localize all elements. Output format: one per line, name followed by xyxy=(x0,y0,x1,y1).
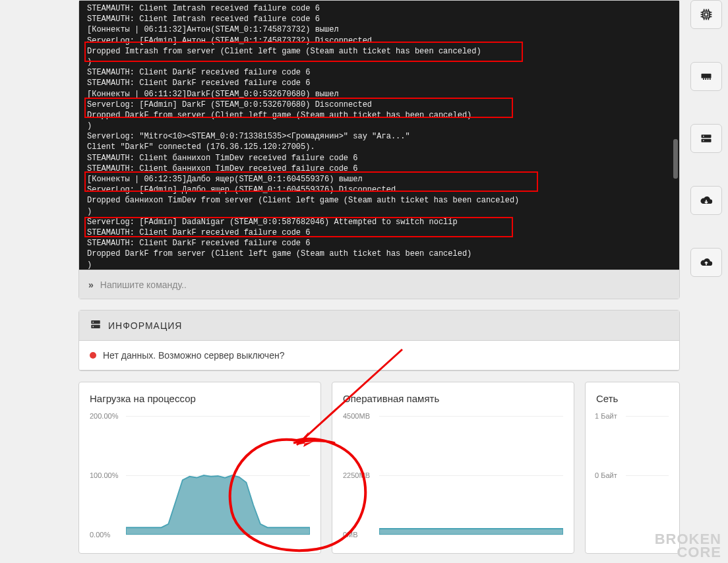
rail-download-button[interactable] xyxy=(690,186,722,215)
charts-row: Нагрузка на процессор 200.00% 100.00% 0.… xyxy=(78,382,680,554)
status-dot-icon xyxy=(90,352,96,359)
chart-cpu-ytick: 200.00% xyxy=(90,412,118,420)
chart-ram: Оперативная память 4500MB 2250MB 0MB xyxy=(332,382,574,554)
chart-ram-title: Оперативная память xyxy=(343,393,563,404)
rail-disk-button[interactable] xyxy=(690,124,722,153)
console-line: Client "DarkF" connected (176.36.125.120… xyxy=(87,142,671,152)
console-line: [Коннекты | 06:12:35]Далбо ящер(STEAM_0:… xyxy=(87,174,671,185)
console-line: Dropped DarkF from server (Client left g… xyxy=(87,110,671,121)
console-line: Dropped DarkF from server (Client left g… xyxy=(87,249,671,259)
console-line: [Коннекты | 06:11:32]Антон(STEAM_0:1:745… xyxy=(87,24,671,35)
console-line: [Коннекты | 06:11:32]DarkF(STEAM_0:0:532… xyxy=(87,89,671,100)
right-rail xyxy=(690,0,725,310)
chart-net-ytick: 0 Байт xyxy=(595,471,617,479)
svg-rect-23 xyxy=(702,134,712,138)
svg-rect-24 xyxy=(702,139,712,142)
svg-point-2 xyxy=(92,322,94,323)
svg-point-25 xyxy=(703,136,704,137)
svg-rect-21 xyxy=(708,78,709,80)
command-row: » xyxy=(79,270,679,299)
chart-cpu-body: 200.00% 100.00% 0.00% xyxy=(90,416,310,535)
svg-rect-19 xyxy=(703,78,704,80)
svg-rect-18 xyxy=(702,74,712,78)
chart-net-ytick: 1 Байт xyxy=(595,412,617,420)
svg-rect-0 xyxy=(91,320,100,324)
console-line: STEAMAUTH: Client DarkF received failure… xyxy=(87,227,671,238)
chart-ram-body: 4500MB 2250MB 0MB xyxy=(343,416,563,535)
console-line: ServerLog: [FAdmin] Далбо ящер (STEAM_0:… xyxy=(87,185,671,195)
console-line: STEAMAUTH: Client Imtrash received failu… xyxy=(87,3,671,14)
console-line: ServerLog: "Mitro<10><STEAM_0:0:71338153… xyxy=(87,131,671,142)
console-line: ) xyxy=(87,260,671,270)
chevron-icon: » xyxy=(88,280,94,290)
console-line: STEAMAUTH: Client баннихоп TimDev receiv… xyxy=(87,153,671,163)
console-line: STEAMAUTH: Client DarkF received failure… xyxy=(87,238,671,249)
rail-cpu-button[interactable] xyxy=(690,0,722,29)
console-line: STEAMAUTH: Client баннихоп TimDev receiv… xyxy=(87,163,671,174)
command-input[interactable] xyxy=(100,280,670,290)
rail-memory-button[interactable] xyxy=(690,62,722,91)
console-line: ) xyxy=(87,121,671,131)
info-card: ИНФОРМАЦИЯ Нет данных. Возможно сервер в… xyxy=(78,310,680,371)
console-line: Dropped Imtrash from server (Client left… xyxy=(87,46,671,57)
console-line: ) xyxy=(87,206,671,217)
chart-cpu-ytick: 0.00% xyxy=(90,531,110,539)
chart-ram-ytick: 4500MB xyxy=(343,412,370,420)
console-card: STEAMAUTH: Client Imtrash received failu… xyxy=(78,0,680,299)
console-line: ServerLog: [FAdmin] DarkF (STEAM_0:0:532… xyxy=(87,100,671,110)
watermark: BROKEN CORE xyxy=(655,533,721,559)
svg-rect-20 xyxy=(705,78,706,80)
console-line: Dropped баннихоп TimDev from server (Cli… xyxy=(87,195,671,206)
chart-net-title: Сеть xyxy=(596,393,669,404)
chart-ram-ytick: 0MB xyxy=(343,531,358,539)
svg-rect-1 xyxy=(91,325,100,328)
svg-rect-5 xyxy=(705,13,708,16)
console-line: ) xyxy=(87,57,671,67)
chart-cpu: Нагрузка на процессор 200.00% 100.00% 0.… xyxy=(78,382,321,554)
console-line: STEAMAUTH: Client DarkF received failure… xyxy=(87,67,671,78)
console-output[interactable]: STEAMAUTH: Client Imtrash received failu… xyxy=(79,1,679,270)
rail-upload-button[interactable] xyxy=(690,248,722,277)
info-status-text: Нет данных. Возможно сервер выключен? xyxy=(103,350,284,361)
svg-point-3 xyxy=(92,326,94,327)
chart-net-body: 1 Байт 0 Байт xyxy=(596,416,669,535)
info-header: ИНФОРМАЦИЯ xyxy=(79,311,679,341)
console-line: STEAMAUTH: Client Imtrash received failu… xyxy=(87,14,671,24)
server-icon xyxy=(90,318,102,332)
console-line: ServerLog: [FAdmin] DadaNigar (STEAM_0:0… xyxy=(87,217,671,227)
chart-net: Сеть 1 Байт 0 Байт xyxy=(585,382,680,554)
info-title: ИНФОРМАЦИЯ xyxy=(108,320,182,331)
svg-rect-22 xyxy=(710,78,711,80)
info-body: Нет данных. Возможно сервер выключен? xyxy=(79,341,679,370)
svg-rect-4 xyxy=(703,11,710,18)
console-line: ServerLog: [FAdmin] Антон (STEAM_0:1:745… xyxy=(87,36,671,46)
chart-cpu-ytick: 100.00% xyxy=(90,471,118,479)
console-scrollbar[interactable] xyxy=(673,139,678,179)
chart-ram-ytick: 2250MB xyxy=(343,471,370,479)
svg-point-26 xyxy=(703,140,704,142)
console-line: STEAMAUTH: Client DarkF received failure… xyxy=(87,78,671,88)
chart-cpu-title: Нагрузка на процессор xyxy=(90,393,310,404)
